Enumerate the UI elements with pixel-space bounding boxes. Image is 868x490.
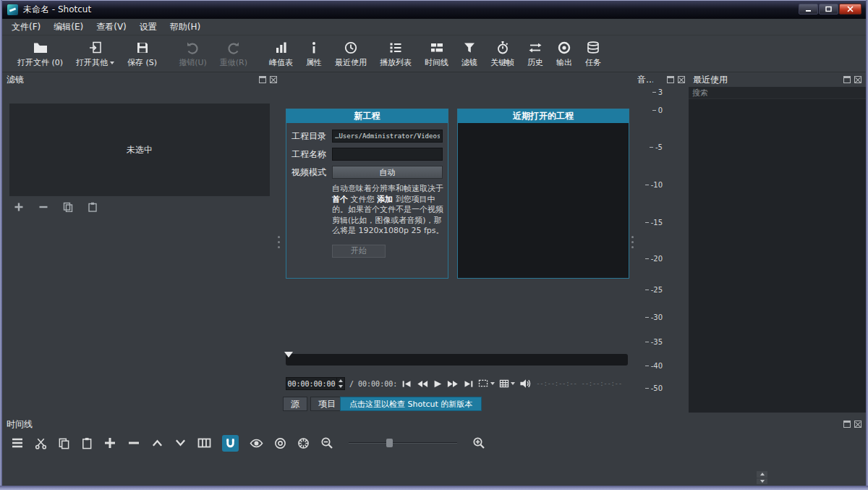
close-panel-icon[interactable] bbox=[270, 76, 277, 83]
recent-projects-title: 近期打开的工程 bbox=[458, 109, 629, 123]
zoom-in-button[interactable] bbox=[472, 436, 485, 449]
zoom-slider[interactable] bbox=[349, 438, 457, 448]
splitter-handle[interactable] bbox=[278, 236, 280, 248]
tab-project[interactable]: 项目 bbox=[310, 397, 344, 411]
scroll-up-icon[interactable] bbox=[757, 471, 767, 478]
fast-forward-button[interactable] bbox=[447, 379, 459, 389]
spin-up-icon[interactable] bbox=[337, 378, 344, 384]
copy-button[interactable] bbox=[58, 437, 70, 449]
open-file-button[interactable]: 打开文件 (0) bbox=[11, 38, 69, 69]
copy-filters-button[interactable] bbox=[60, 201, 76, 213]
play-icon bbox=[433, 379, 443, 389]
volume-button[interactable] bbox=[519, 379, 532, 389]
properties-button[interactable]: 属性 bbox=[299, 38, 328, 69]
video-mode-button[interactable]: 自动 bbox=[332, 166, 443, 179]
recent-panel: 最近使用 bbox=[689, 72, 866, 413]
in-point-timecode: --:--:--:-- bbox=[536, 380, 576, 387]
video-mode-label: 视频模式 bbox=[292, 166, 332, 179]
splitter-handle[interactable] bbox=[631, 236, 634, 248]
menu-view[interactable]: 查看(V) bbox=[90, 18, 133, 36]
close-panel-icon[interactable] bbox=[854, 421, 861, 428]
minimize-button[interactable] bbox=[799, 4, 818, 14]
position-spinbox[interactable]: 00:00:00:00 bbox=[286, 377, 345, 390]
seek-bar[interactable] bbox=[286, 354, 628, 366]
scrub-while-dragging-button[interactable] bbox=[250, 438, 263, 449]
ripple-delete-button[interactable] bbox=[127, 436, 140, 449]
grid-button[interactable] bbox=[499, 379, 515, 388]
player-tabs: 源 项目 bbox=[283, 397, 344, 411]
close-panel-icon[interactable] bbox=[678, 76, 685, 83]
zoom-in-icon bbox=[472, 436, 485, 449]
db-scale-label: -5 bbox=[639, 143, 663, 151]
menu-help[interactable]: 帮助(H) bbox=[163, 18, 207, 36]
title-bar[interactable]: 未命名 - Shotcut bbox=[0, 0, 868, 19]
timeline-button[interactable]: 时间线 bbox=[418, 38, 455, 69]
redo-button: 重做(R) bbox=[213, 38, 254, 69]
close-panel-icon[interactable] bbox=[854, 76, 861, 83]
skip-to-end-button[interactable] bbox=[463, 379, 474, 389]
rewind-button[interactable] bbox=[417, 379, 428, 389]
project-name-input[interactable] bbox=[332, 148, 443, 161]
snap-toggle-button[interactable] bbox=[222, 435, 239, 452]
save-button[interactable]: 保存 (S) bbox=[121, 38, 163, 69]
add-filter-button[interactable] bbox=[11, 201, 27, 213]
timeline-menu-button[interactable] bbox=[11, 437, 24, 449]
overwrite-button[interactable] bbox=[174, 438, 187, 448]
recent-button[interactable]: 最近使用 bbox=[328, 38, 373, 69]
maximize-button[interactable] bbox=[819, 4, 838, 14]
history-button[interactable]: 历史 bbox=[521, 38, 550, 69]
skip-to-start-button[interactable] bbox=[401, 379, 412, 389]
spin-down-icon[interactable] bbox=[337, 384, 344, 389]
float-panel-icon[interactable] bbox=[259, 76, 266, 83]
in-out-selector-button[interactable] bbox=[478, 379, 495, 388]
ripple-button[interactable] bbox=[274, 437, 286, 449]
search-input[interactable] bbox=[689, 87, 866, 99]
db-scale-label: -20 bbox=[639, 255, 663, 263]
recent-projects-list[interactable] bbox=[458, 123, 629, 278]
open-other-button[interactable]: 打开其他 bbox=[69, 38, 121, 69]
menu-file[interactable]: 文件(F) bbox=[5, 18, 47, 36]
peak-meter-button[interactable]: 峰值表 bbox=[263, 38, 299, 69]
paste-icon bbox=[81, 437, 93, 449]
paste-filters-button[interactable] bbox=[85, 201, 101, 213]
tab-source[interactable]: 源 bbox=[283, 397, 307, 411]
speaker-icon bbox=[519, 379, 532, 389]
project-folder-input[interactable] bbox=[332, 130, 443, 143]
timeline-scrollbar[interactable] bbox=[757, 471, 767, 484]
remove-filter-button[interactable] bbox=[35, 201, 51, 213]
paste-button[interactable] bbox=[81, 437, 93, 449]
playlist-button[interactable]: 播放列表 bbox=[373, 38, 418, 69]
keyframes-button[interactable]: 关键帧 bbox=[484, 38, 521, 69]
recent-files-list[interactable] bbox=[689, 99, 866, 413]
check-update-button[interactable]: 点击这里以检查 Shotcut 的新版本 bbox=[340, 397, 482, 411]
zoom-out-button[interactable] bbox=[320, 436, 333, 449]
minus-icon bbox=[127, 436, 140, 449]
filters-button[interactable]: 滤镜 bbox=[455, 38, 484, 69]
start-button: 开始 bbox=[332, 245, 386, 258]
window-border-left bbox=[0, 0, 2, 490]
clock-icon bbox=[344, 39, 358, 56]
float-panel-icon[interactable] bbox=[843, 76, 851, 83]
play-button[interactable] bbox=[433, 379, 443, 389]
playhead-icon[interactable] bbox=[284, 352, 293, 358]
place-button[interactable] bbox=[197, 437, 211, 449]
append-button[interactable] bbox=[103, 436, 116, 449]
close-button[interactable] bbox=[839, 4, 861, 14]
scroll-down-icon[interactable] bbox=[757, 478, 767, 485]
minimize-icon bbox=[805, 6, 812, 12]
menu-edit[interactable]: 编辑(E) bbox=[47, 18, 90, 36]
export-button[interactable]: 输出 bbox=[550, 38, 579, 69]
copy-icon bbox=[58, 437, 70, 449]
float-panel-icon[interactable] bbox=[667, 76, 674, 83]
float-panel-icon[interactable] bbox=[843, 421, 851, 428]
ripple-all-tracks-button[interactable] bbox=[297, 437, 310, 449]
new-project-panel: 新工程 工程目录 工程名称 视频模式 自动 自动意味着分辨率和帧速取决于首个 文… bbox=[286, 109, 448, 279]
main-toolbar: 打开文件 (0) 打开其他 保存 (S) 撤销(U) 重做(R) 峰值表 bbox=[2, 35, 866, 72]
cut-button[interactable] bbox=[35, 437, 47, 449]
window-border-bottom bbox=[0, 486, 868, 490]
zoom-slider-handle[interactable] bbox=[386, 439, 393, 447]
playlist-icon bbox=[388, 39, 403, 56]
menu-settings[interactable]: 设置 bbox=[133, 18, 163, 36]
jobs-button[interactable]: 任务 bbox=[579, 38, 608, 69]
lift-button[interactable] bbox=[151, 438, 163, 448]
